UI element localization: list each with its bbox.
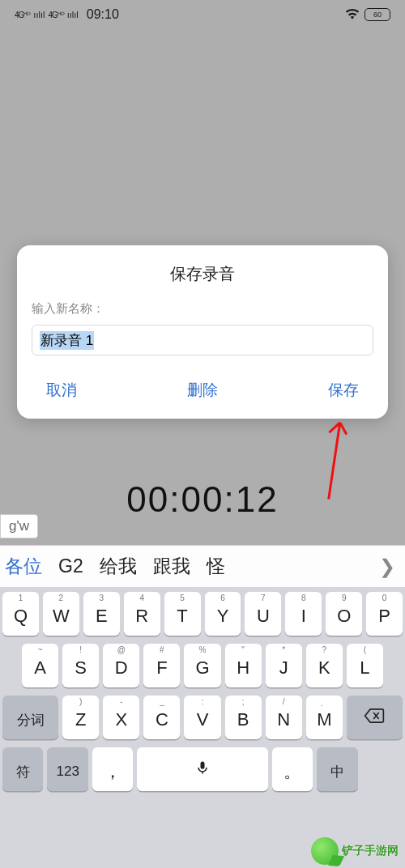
candidate-item[interactable]: 怪 [207, 554, 225, 579]
key-z[interactable]: )Z [62, 696, 99, 739]
symbol-key[interactable]: 符 [2, 747, 43, 791]
dialog-title: 保存录音 [32, 263, 373, 285]
candidate-item[interactable]: 各位 [5, 554, 42, 579]
backspace-icon [364, 708, 385, 727]
delete-button[interactable]: 删除 [181, 375, 224, 406]
watermark-text: 铲子手游网 [342, 844, 399, 858]
key-r[interactable]: 4R [124, 592, 160, 636]
key-v[interactable]: :V [184, 696, 220, 739]
comma-key[interactable]: ， [92, 747, 133, 791]
recording-name-input[interactable] [32, 325, 373, 355]
signal-1: 4Gᴴᴰ [15, 11, 30, 19]
dialog-actions: 取消 删除 保存 [32, 375, 373, 407]
key-m[interactable]: 、M [306, 696, 343, 739]
key-y[interactable]: 6Y [205, 592, 241, 636]
key-a[interactable]: ~A [22, 644, 58, 687]
language-key[interactable]: 中 [317, 747, 357, 791]
candidate-expand-icon[interactable]: ❯ [374, 555, 400, 578]
key-row-1: 1Q2W3E4R5T6Y7U8I9O0P [2, 592, 403, 636]
key-row-2: ~A!S@D#F%G"H*J?K(L [2, 644, 403, 687]
key-h[interactable]: "H [225, 644, 262, 687]
save-recording-dialog: 保存录音 输入新名称： 新录音 1 取消 删除 保存 [17, 245, 388, 419]
key-n[interactable]: /N [266, 696, 302, 739]
battery-icon: 60 [364, 8, 390, 21]
key-x[interactable]: -X [103, 696, 139, 739]
numeric-key[interactable]: 123 [47, 747, 87, 791]
key-i[interactable]: 8I [285, 592, 322, 636]
watermark-logo-icon [311, 837, 339, 865]
key-c[interactable]: _C [143, 696, 180, 739]
key-j[interactable]: *J [266, 644, 302, 687]
key-t[interactable]: 5T [164, 592, 201, 636]
key-o[interactable]: 9O [326, 592, 362, 636]
candidate-item[interactable]: 跟我 [153, 554, 190, 579]
key-q[interactable]: 1Q [2, 592, 39, 636]
status-right: 60 [345, 8, 390, 22]
key-e[interactable]: 3E [83, 592, 120, 636]
signal-bars-icon: ıılıl [33, 10, 45, 19]
svg-rect-0 [201, 762, 205, 769]
key-g[interactable]: %G [184, 644, 220, 687]
ime-candidate-bar: 各位 G2 给我 跟我 怪 ❯ [0, 545, 405, 587]
soft-keyboard: 1Q2W3E4R5T6Y7U8I9O0P ~A!S@D#F%G"H*J?K(L … [0, 587, 405, 868]
candidate-item[interactable]: G2 [58, 555, 83, 577]
status-bar: 4Gᴴᴰ ıılıl 4Gᴴᴰ ıılıl 09:10 60 [0, 0, 405, 29]
segment-key[interactable]: 分词 [2, 696, 58, 739]
cancel-button[interactable]: 取消 [40, 375, 83, 406]
backspace-key[interactable] [347, 696, 403, 739]
key-l[interactable]: (L [347, 644, 383, 687]
period-key[interactable]: 。 [272, 747, 313, 791]
key-k[interactable]: ?K [306, 644, 343, 687]
signal-bars-icon: ıılıl [67, 10, 79, 19]
signal-2: 4Gᴴᴰ [48, 11, 63, 19]
candidate-item[interactable]: 给我 [100, 554, 137, 579]
space-key[interactable] [137, 747, 267, 791]
input-label: 输入新名称： [32, 301, 373, 317]
key-row-4: 符 123 ， 。 中 [2, 747, 403, 791]
status-left: 4Gᴴᴰ ıılıl 4Gᴴᴰ ıılıl 09:10 [15, 7, 119, 22]
watermark: 铲子手游网 [305, 834, 405, 868]
key-f[interactable]: #F [143, 644, 180, 687]
save-button[interactable]: 保存 [322, 375, 365, 406]
wifi-icon [345, 8, 360, 22]
key-d[interactable]: @D [103, 644, 139, 687]
key-row-3: 分词 )Z-X_C:V;B/N、M [2, 696, 403, 739]
key-p[interactable]: 0P [366, 592, 403, 636]
name-input-wrap: 新录音 1 [32, 325, 373, 355]
pinyin-composition[interactable]: g'w [0, 514, 38, 538]
key-w[interactable]: 2W [43, 592, 79, 636]
key-b[interactable]: ;B [225, 696, 262, 739]
key-s[interactable]: !S [62, 644, 99, 687]
microphone-icon [194, 760, 211, 779]
recording-timer: 00:00:12 [0, 479, 405, 520]
key-u[interactable]: 7U [245, 592, 281, 636]
clock: 09:10 [87, 7, 119, 22]
